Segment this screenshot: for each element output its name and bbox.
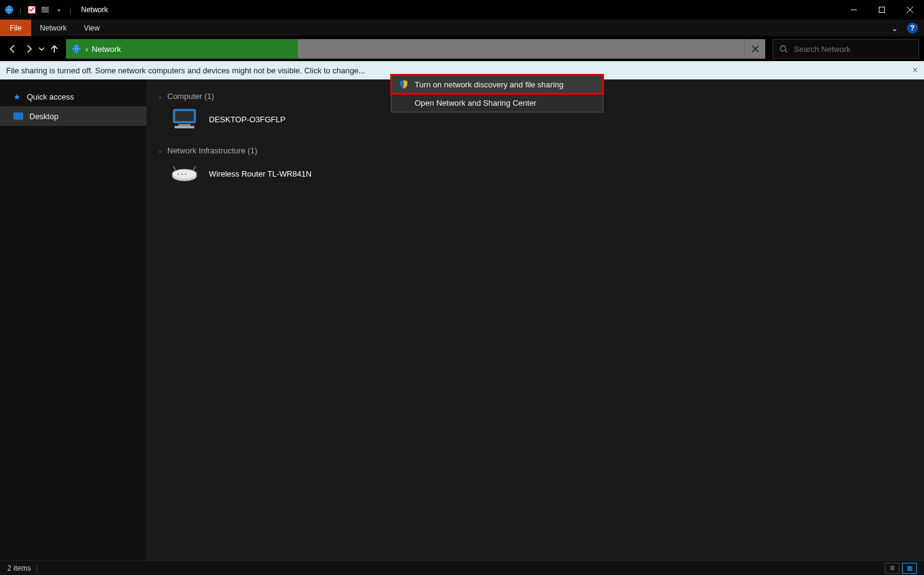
ribbon-collapse-icon[interactable]: ⌄: [886, 23, 903, 33]
forward-button[interactable]: [21, 39, 37, 59]
sidebar: ★ Quick access Desktop: [0, 79, 147, 560]
breadcrumb[interactable]: › Network: [66, 39, 298, 59]
sidebar-item-quick-access[interactable]: ★ Quick access: [0, 87, 147, 106]
properties-icon[interactable]: [26, 4, 37, 15]
file-tab-label: File: [10, 24, 21, 32]
address-bar[interactable]: › Network: [66, 39, 765, 59]
star-icon: ★: [13, 92, 21, 101]
chevron-down-icon: ⌄: [158, 93, 162, 100]
new-folder-icon[interactable]: [40, 4, 51, 15]
svg-point-13: [178, 174, 179, 175]
maximize-button[interactable]: [868, 0, 896, 20]
qat-dropdown-icon[interactable]: ▾: [53, 4, 64, 15]
tab-view[interactable]: View: [75, 20, 108, 36]
qat: | ▾ |: [0, 4, 74, 15]
address-empty[interactable]: [298, 39, 744, 59]
icons-view-button[interactable]: ▦: [902, 563, 917, 574]
separator: |: [20, 5, 21, 15]
main-body: ★ Quick access Desktop ⌄ Computer (1) DE…: [0, 79, 924, 560]
status-bar: 2 items | ≣ ▦: [0, 560, 924, 575]
svg-rect-4: [879, 7, 885, 13]
network-icon: [4, 4, 15, 15]
group-header-label: Network Infrastructure (1): [167, 146, 257, 155]
desktop-icon: [13, 112, 23, 120]
network-icon: [71, 43, 82, 54]
ctx-item-label: Turn on network discovery and file shari…: [415, 80, 564, 89]
content-pane: ⌄ Computer (1) DESKTOP-O3FGFLP ⌄ Network…: [147, 79, 924, 560]
context-menu: Turn on network discovery and file shari…: [391, 75, 603, 112]
tab-label: Network: [40, 24, 67, 32]
close-button[interactable]: [896, 0, 924, 20]
ctx-item-turn-on-sharing[interactable]: Turn on network discovery and file shari…: [391, 75, 603, 93]
chevron-right-icon: ›: [85, 45, 88, 54]
breadcrumb-label: Network: [92, 45, 121, 54]
search-box[interactable]: [773, 39, 919, 59]
help-icon[interactable]: ?: [907, 23, 918, 34]
sidebar-item-label: Desktop: [29, 112, 59, 121]
spacer-icon: [399, 98, 409, 108]
svg-point-6: [780, 46, 786, 51]
window-title: Network: [81, 5, 108, 14]
sidebar-item-label: Quick access: [27, 92, 74, 101]
svg-point-15: [185, 174, 186, 175]
svg-point-14: [181, 174, 183, 175]
title-bar: | ▾ | Network: [0, 0, 924, 20]
separator: |: [36, 564, 38, 573]
group-header-network-infra[interactable]: ⌄ Network Infrastructure (1): [158, 146, 913, 155]
item-label: DESKTOP-O3FGFLP: [209, 115, 285, 124]
ctx-item-label: Open Network and Sharing Center: [415, 98, 536, 108]
details-view-button[interactable]: ≣: [885, 563, 900, 574]
tab-network[interactable]: Network: [31, 20, 75, 36]
minimize-button[interactable]: [840, 0, 868, 20]
svg-rect-3: [42, 7, 45, 9]
ribbon: File Network View ⌄ ?: [0, 20, 924, 37]
recent-dropdown-icon[interactable]: [37, 39, 46, 59]
refresh-button[interactable]: [744, 39, 765, 59]
chevron-down-icon: ⌄: [158, 147, 162, 154]
ctx-item-open-center[interactable]: Open Network and Sharing Center: [391, 93, 603, 112]
item-label: Wireless Router TL-WR841N: [209, 169, 311, 178]
list-item-router[interactable]: Wireless Router TL-WR841N: [170, 161, 913, 186]
banner-close-icon[interactable]: ×: [912, 61, 918, 79]
computer-icon: [170, 107, 199, 131]
separator: |: [69, 5, 71, 15]
up-button[interactable]: [46, 39, 62, 59]
shield-icon: [399, 79, 409, 89]
router-icon: [170, 161, 199, 186]
svg-rect-8: [175, 111, 194, 121]
group-header-label: Computer (1): [167, 92, 214, 101]
search-input[interactable]: [794, 45, 912, 54]
search-icon: [779, 45, 788, 53]
window-controls: [840, 0, 924, 20]
nav-row: › Network: [0, 37, 924, 61]
status-text: 2 items: [7, 564, 31, 573]
sidebar-item-desktop[interactable]: Desktop: [0, 106, 147, 126]
svg-rect-9: [178, 124, 191, 126]
svg-rect-10: [175, 126, 194, 128]
tab-label: View: [84, 24, 100, 32]
back-button[interactable]: [5, 39, 21, 59]
file-tab[interactable]: File: [0, 20, 31, 36]
banner-text: File sharing is turned off. Some network…: [6, 66, 365, 75]
